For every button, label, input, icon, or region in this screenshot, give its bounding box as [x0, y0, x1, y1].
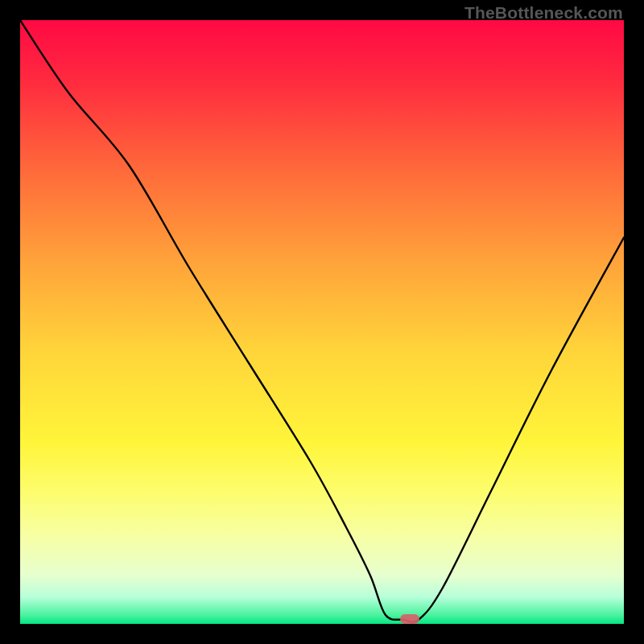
plot-area: [20, 20, 624, 624]
watermark-text: TheBottleneck.com: [464, 3, 623, 23]
optimum-marker: [400, 614, 419, 624]
bottleneck-chart: TheBottleneck.com: [0, 0, 644, 644]
bottleneck-curve: [20, 20, 624, 622]
curve-layer: [20, 20, 624, 624]
